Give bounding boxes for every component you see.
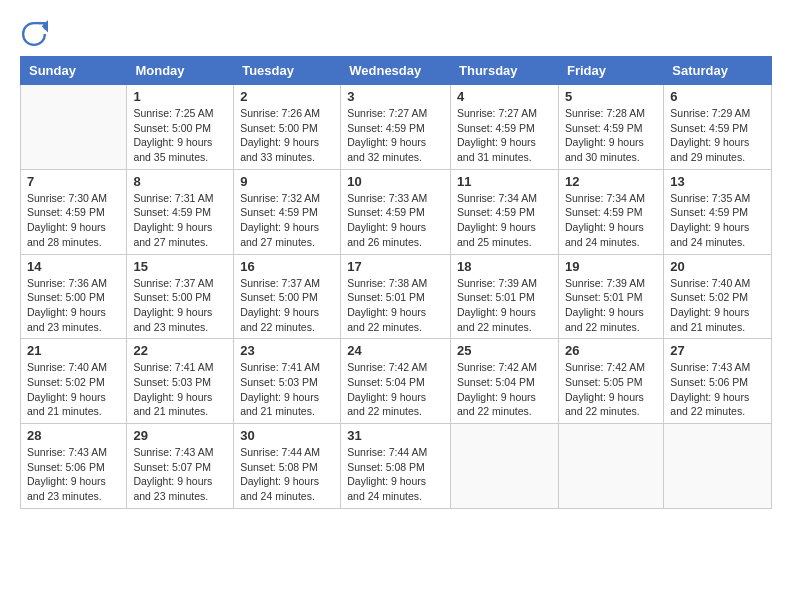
calendar-week-5: 28Sunrise: 7:43 AM Sunset: 5:06 PM Dayli… <box>21 424 772 509</box>
day-number: 29 <box>133 428 227 443</box>
day-info: Sunrise: 7:34 AM Sunset: 4:59 PM Dayligh… <box>565 191 657 250</box>
day-info: Sunrise: 7:33 AM Sunset: 4:59 PM Dayligh… <box>347 191 444 250</box>
day-info: Sunrise: 7:43 AM Sunset: 5:06 PM Dayligh… <box>670 360 765 419</box>
day-info: Sunrise: 7:44 AM Sunset: 5:08 PM Dayligh… <box>240 445 334 504</box>
day-number: 22 <box>133 343 227 358</box>
logo <box>20 20 52 48</box>
day-number: 18 <box>457 259 552 274</box>
calendar-cell: 7Sunrise: 7:30 AM Sunset: 4:59 PM Daylig… <box>21 169 127 254</box>
day-info: Sunrise: 7:37 AM Sunset: 5:00 PM Dayligh… <box>240 276 334 335</box>
day-info: Sunrise: 7:30 AM Sunset: 4:59 PM Dayligh… <box>27 191 120 250</box>
calendar-cell: 24Sunrise: 7:42 AM Sunset: 5:04 PM Dayli… <box>341 339 451 424</box>
calendar-cell: 10Sunrise: 7:33 AM Sunset: 4:59 PM Dayli… <box>341 169 451 254</box>
calendar-cell: 4Sunrise: 7:27 AM Sunset: 4:59 PM Daylig… <box>451 85 559 170</box>
header <box>20 20 772 48</box>
weekday-header-wednesday: Wednesday <box>341 57 451 85</box>
calendar-cell: 21Sunrise: 7:40 AM Sunset: 5:02 PM Dayli… <box>21 339 127 424</box>
calendar-cell: 9Sunrise: 7:32 AM Sunset: 4:59 PM Daylig… <box>234 169 341 254</box>
day-info: Sunrise: 7:40 AM Sunset: 5:02 PM Dayligh… <box>27 360 120 419</box>
weekday-header-saturday: Saturday <box>664 57 772 85</box>
calendar-cell: 22Sunrise: 7:41 AM Sunset: 5:03 PM Dayli… <box>127 339 234 424</box>
day-number: 16 <box>240 259 334 274</box>
calendar-cell: 15Sunrise: 7:37 AM Sunset: 5:00 PM Dayli… <box>127 254 234 339</box>
day-info: Sunrise: 7:37 AM Sunset: 5:00 PM Dayligh… <box>133 276 227 335</box>
day-number: 23 <box>240 343 334 358</box>
day-number: 31 <box>347 428 444 443</box>
logo-icon <box>20 20 48 48</box>
day-number: 20 <box>670 259 765 274</box>
day-info: Sunrise: 7:27 AM Sunset: 4:59 PM Dayligh… <box>457 106 552 165</box>
calendar-table: SundayMondayTuesdayWednesdayThursdayFrid… <box>20 56 772 509</box>
calendar-cell: 5Sunrise: 7:28 AM Sunset: 4:59 PM Daylig… <box>558 85 663 170</box>
day-info: Sunrise: 7:38 AM Sunset: 5:01 PM Dayligh… <box>347 276 444 335</box>
calendar-header-row: SundayMondayTuesdayWednesdayThursdayFrid… <box>21 57 772 85</box>
calendar-cell: 27Sunrise: 7:43 AM Sunset: 5:06 PM Dayli… <box>664 339 772 424</box>
calendar-cell <box>664 424 772 509</box>
day-info: Sunrise: 7:39 AM Sunset: 5:01 PM Dayligh… <box>457 276 552 335</box>
calendar-cell: 26Sunrise: 7:42 AM Sunset: 5:05 PM Dayli… <box>558 339 663 424</box>
calendar-week-1: 1Sunrise: 7:25 AM Sunset: 5:00 PM Daylig… <box>21 85 772 170</box>
calendar-cell: 30Sunrise: 7:44 AM Sunset: 5:08 PM Dayli… <box>234 424 341 509</box>
day-info: Sunrise: 7:44 AM Sunset: 5:08 PM Dayligh… <box>347 445 444 504</box>
calendar-cell: 11Sunrise: 7:34 AM Sunset: 4:59 PM Dayli… <box>451 169 559 254</box>
day-info: Sunrise: 7:41 AM Sunset: 5:03 PM Dayligh… <box>133 360 227 419</box>
calendar-cell: 29Sunrise: 7:43 AM Sunset: 5:07 PM Dayli… <box>127 424 234 509</box>
day-info: Sunrise: 7:43 AM Sunset: 5:06 PM Dayligh… <box>27 445 120 504</box>
day-info: Sunrise: 7:42 AM Sunset: 5:05 PM Dayligh… <box>565 360 657 419</box>
day-info: Sunrise: 7:32 AM Sunset: 4:59 PM Dayligh… <box>240 191 334 250</box>
page-container: SundayMondayTuesdayWednesdayThursdayFrid… <box>20 20 772 509</box>
day-number: 9 <box>240 174 334 189</box>
day-number: 28 <box>27 428 120 443</box>
day-number: 10 <box>347 174 444 189</box>
day-number: 24 <box>347 343 444 358</box>
day-number: 7 <box>27 174 120 189</box>
calendar-cell: 18Sunrise: 7:39 AM Sunset: 5:01 PM Dayli… <box>451 254 559 339</box>
calendar-cell <box>558 424 663 509</box>
day-info: Sunrise: 7:42 AM Sunset: 5:04 PM Dayligh… <box>347 360 444 419</box>
day-number: 26 <box>565 343 657 358</box>
day-info: Sunrise: 7:27 AM Sunset: 4:59 PM Dayligh… <box>347 106 444 165</box>
calendar-cell: 2Sunrise: 7:26 AM Sunset: 5:00 PM Daylig… <box>234 85 341 170</box>
day-number: 11 <box>457 174 552 189</box>
calendar-cell: 23Sunrise: 7:41 AM Sunset: 5:03 PM Dayli… <box>234 339 341 424</box>
calendar-cell: 3Sunrise: 7:27 AM Sunset: 4:59 PM Daylig… <box>341 85 451 170</box>
day-number: 1 <box>133 89 227 104</box>
svg-marker-0 <box>42 20 48 32</box>
calendar-cell: 14Sunrise: 7:36 AM Sunset: 5:00 PM Dayli… <box>21 254 127 339</box>
calendar-week-4: 21Sunrise: 7:40 AM Sunset: 5:02 PM Dayli… <box>21 339 772 424</box>
calendar-cell: 20Sunrise: 7:40 AM Sunset: 5:02 PM Dayli… <box>664 254 772 339</box>
weekday-header-tuesday: Tuesday <box>234 57 341 85</box>
day-info: Sunrise: 7:42 AM Sunset: 5:04 PM Dayligh… <box>457 360 552 419</box>
day-info: Sunrise: 7:39 AM Sunset: 5:01 PM Dayligh… <box>565 276 657 335</box>
weekday-header-friday: Friday <box>558 57 663 85</box>
day-number: 30 <box>240 428 334 443</box>
calendar-cell: 16Sunrise: 7:37 AM Sunset: 5:00 PM Dayli… <box>234 254 341 339</box>
day-info: Sunrise: 7:34 AM Sunset: 4:59 PM Dayligh… <box>457 191 552 250</box>
day-number: 19 <box>565 259 657 274</box>
day-number: 12 <box>565 174 657 189</box>
day-info: Sunrise: 7:31 AM Sunset: 4:59 PM Dayligh… <box>133 191 227 250</box>
day-number: 3 <box>347 89 444 104</box>
day-number: 27 <box>670 343 765 358</box>
day-info: Sunrise: 7:29 AM Sunset: 4:59 PM Dayligh… <box>670 106 765 165</box>
calendar-cell <box>21 85 127 170</box>
day-info: Sunrise: 7:26 AM Sunset: 5:00 PM Dayligh… <box>240 106 334 165</box>
calendar-cell: 1Sunrise: 7:25 AM Sunset: 5:00 PM Daylig… <box>127 85 234 170</box>
day-number: 14 <box>27 259 120 274</box>
calendar-cell: 25Sunrise: 7:42 AM Sunset: 5:04 PM Dayli… <box>451 339 559 424</box>
day-number: 21 <box>27 343 120 358</box>
day-number: 6 <box>670 89 765 104</box>
day-info: Sunrise: 7:28 AM Sunset: 4:59 PM Dayligh… <box>565 106 657 165</box>
day-number: 2 <box>240 89 334 104</box>
day-number: 8 <box>133 174 227 189</box>
day-number: 15 <box>133 259 227 274</box>
calendar-cell: 28Sunrise: 7:43 AM Sunset: 5:06 PM Dayli… <box>21 424 127 509</box>
calendar-cell: 31Sunrise: 7:44 AM Sunset: 5:08 PM Dayli… <box>341 424 451 509</box>
day-number: 17 <box>347 259 444 274</box>
day-number: 5 <box>565 89 657 104</box>
day-info: Sunrise: 7:43 AM Sunset: 5:07 PM Dayligh… <box>133 445 227 504</box>
day-number: 25 <box>457 343 552 358</box>
weekday-header-thursday: Thursday <box>451 57 559 85</box>
day-info: Sunrise: 7:25 AM Sunset: 5:00 PM Dayligh… <box>133 106 227 165</box>
day-info: Sunrise: 7:41 AM Sunset: 5:03 PM Dayligh… <box>240 360 334 419</box>
